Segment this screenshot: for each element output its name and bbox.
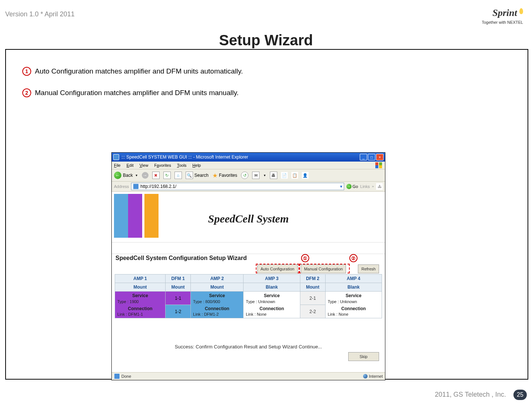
success-message: Success: Confirm Configuration Result an… — [115, 344, 382, 350]
sub-dfm1: Mount — [166, 283, 191, 292]
page-content: SpeedCell System SpeedCell System Config… — [112, 192, 385, 374]
close-button[interactable]: × — [376, 154, 384, 160]
address-bar: Address http://192.168.2.1/ ▾ →Go Links … — [112, 182, 385, 192]
auto-config-button[interactable]: Auto Configuration — [257, 264, 298, 273]
amp4-cell: Service Type : Unknown Connection Link :… — [325, 292, 382, 318]
config-grid: AMP 1 DFM 1 AMP 2 AMP 3 DFM 2 AMP 4 Moun… — [115, 274, 382, 318]
hdr-dfm1: DFM 1 — [166, 274, 191, 283]
hdr-amp2: AMP 2 — [191, 274, 244, 283]
favorites-button[interactable]: ★Favorites — [212, 172, 237, 179]
links-chevron-icon[interactable]: » — [372, 185, 374, 188]
menu-edit[interactable]: Edit — [127, 163, 134, 168]
forward-button[interactable]: → — [142, 172, 148, 179]
menu-help[interactable]: Help — [192, 163, 201, 168]
minimize-button[interactable]: _ — [360, 154, 367, 160]
messenger-button[interactable]: 👤 — [302, 172, 309, 179]
sub-amp1: Mount — [115, 283, 166, 292]
slide-frame: 1 Auto Configuration matches amplifier a… — [5, 49, 528, 380]
note-2: 2 Manual Configuration matches amplifier… — [22, 88, 511, 97]
callout-2-icon: ② — [349, 254, 358, 262]
windows-flag-icon — [375, 162, 383, 168]
search-button[interactable]: 🔍Search — [186, 172, 209, 179]
page-icon — [133, 183, 139, 189]
page-title: Setup Wizard — [0, 32, 532, 49]
note-1-text: Auto Configuration matches amplifier and… — [35, 67, 243, 75]
amp1-cell: Service Type : 1900 Connection Link : DF… — [115, 292, 166, 318]
page-number: 25 — [513, 390, 527, 400]
history-button[interactable]: ↺ — [241, 172, 248, 179]
sub-dfm2: Mount — [300, 283, 325, 292]
hdr-amp1: AMP 1 — [115, 274, 166, 283]
color-bars — [114, 194, 159, 239]
menu-tools[interactable]: Tools — [177, 163, 187, 168]
note-2-text: Manual Configuration matches amplifier a… — [35, 89, 239, 97]
dfm1-port1: 1-1 — [166, 292, 191, 305]
brand-tagline: Together with NEXTEL — [482, 20, 523, 25]
note-1: 1 Auto Configuration matches amplifier a… — [22, 67, 511, 76]
window-title: ::: SpeedCell SYSTEM WEB GUI ::: - Micro… — [121, 155, 248, 160]
status-bar: Done Internet — [112, 372, 385, 380]
edit-button[interactable]: 📄 — [281, 172, 288, 179]
mail-button[interactable]: ✉ — [252, 172, 260, 179]
sub-amp2: Mount — [191, 283, 244, 292]
sub-amp3: Blank — [244, 283, 300, 292]
sprint-logo: Sprint Together with NEXTEL — [482, 7, 523, 25]
back-button[interactable]: ←Back▼ — [114, 172, 138, 179]
home-button[interactable]: ⌂ — [174, 172, 182, 179]
status-page-icon — [114, 373, 120, 379]
address-label: Address — [114, 184, 129, 189]
window-titlebar: ::: SpeedCell SYSTEM WEB GUI ::: - Micro… — [112, 153, 385, 162]
refresh-wizard-button[interactable]: Refresh — [358, 264, 379, 273]
address-field[interactable]: http://192.168.2.1/ ▾ — [131, 183, 344, 190]
ie-screenshot: ::: SpeedCell SYSTEM WEB GUI ::: - Micro… — [111, 152, 385, 380]
refresh-button[interactable]: ↻ — [163, 172, 171, 179]
maximize-button[interactable]: □ — [368, 154, 375, 160]
wizard-header: SpeedCell System Configuration Setup Wiz… — [115, 255, 247, 261]
ie-icon — [113, 154, 119, 160]
skip-button[interactable]: Skip — [348, 352, 379, 361]
mail-dropdown-icon[interactable]: ▼ — [263, 174, 266, 177]
brand-name: Sprint — [493, 7, 518, 18]
status-zone: Internet — [369, 374, 383, 378]
address-dropdown-icon[interactable]: ▾ — [340, 184, 342, 189]
callout-1-icon: ① — [301, 254, 309, 262]
dfm2-port1: 2-1 — [300, 292, 325, 305]
copyright: 2011, GS Teletech , Inc. — [435, 391, 506, 399]
menu-file[interactable]: File — [114, 163, 121, 168]
ie-toolbar: ←Back▼ → ✖ ↻ ⌂ 🔍Search ★Favorites ↺ ✉ ▼ … — [112, 169, 385, 182]
menu-favorites[interactable]: Favorites — [154, 163, 171, 168]
menu-view[interactable]: View — [140, 163, 148, 168]
internet-zone-icon — [363, 374, 368, 378]
dfm2-port2: 2-2 — [300, 305, 325, 318]
version-text: Version 1.0 * April 2011 — [5, 10, 75, 18]
circled-1-icon: 1 — [22, 67, 31, 76]
research-button[interactable]: 📋 — [291, 172, 298, 179]
pin-icon — [519, 8, 523, 14]
links-label[interactable]: Links — [360, 184, 370, 189]
print-button[interactable]: 🖶 — [270, 172, 277, 179]
status-done: Done — [121, 374, 131, 378]
address-text: http://192.168.2.1/ — [140, 184, 176, 189]
stop-button[interactable]: ✖ — [152, 172, 160, 179]
circled-2-icon: 2 — [22, 88, 31, 97]
amp2-cell: Service Type : 800/900 Connection Link :… — [191, 292, 244, 318]
dfm1-port2: 1-2 — [166, 305, 191, 318]
manual-config-button[interactable]: Manual Configuration — [301, 264, 346, 273]
hdr-amp4: AMP 4 — [325, 274, 382, 283]
amp3-cell: Service Type : Unknown Connection Link :… — [244, 292, 300, 318]
hdr-dfm2: DFM 2 — [300, 274, 325, 283]
hdr-amp3: AMP 3 — [244, 274, 300, 283]
menu-bar: File Edit View Favorites Tools Help — [112, 162, 385, 169]
links-extra-icon[interactable]: 🖧 — [376, 183, 383, 190]
sub-amp4: Blank — [325, 283, 382, 292]
go-button[interactable]: →Go — [346, 184, 358, 189]
